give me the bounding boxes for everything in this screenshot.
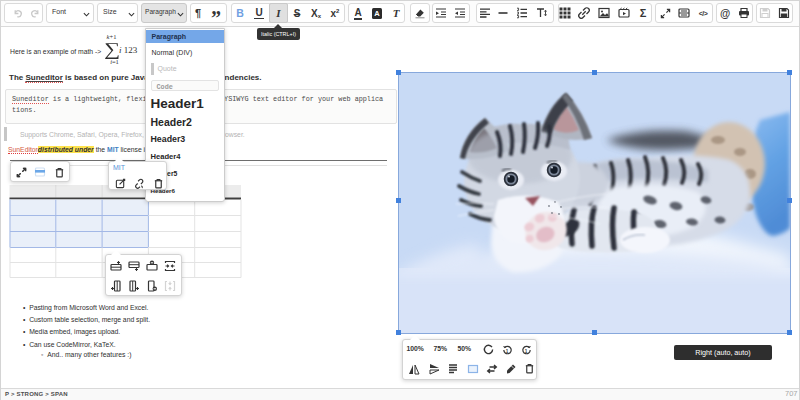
svg-text:1: 1 <box>506 349 509 354</box>
svg-text:1: 1 <box>525 349 528 354</box>
